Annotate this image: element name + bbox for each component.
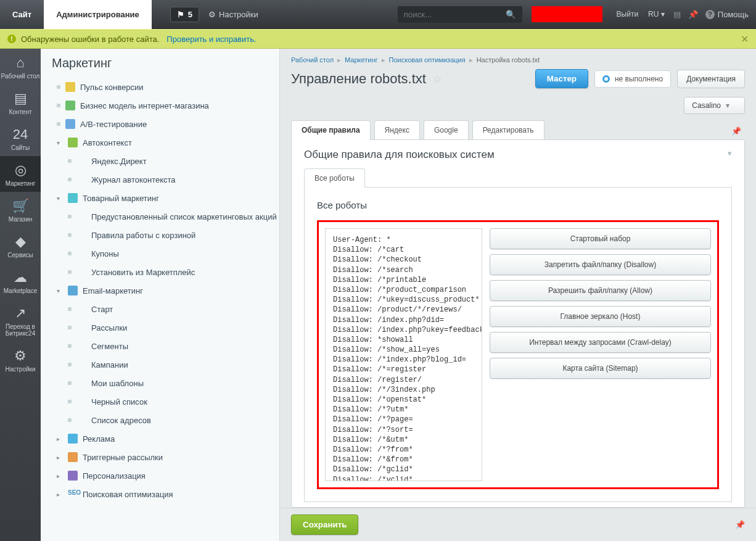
rail-item-0[interactable]: ⌂Рабочий стол [0,49,41,85]
robots-btn-2[interactable]: Разрешить файл/папку (Allow) [490,280,711,301]
search-button[interactable]: 🔍 [499,6,522,23]
sidebar-item-12[interactable]: Старт [52,300,279,318]
crumb-2[interactable]: Поисковая оптимизация [389,56,466,64]
rail-item-3[interactable]: ◎Маркетинг [0,156,41,192]
bullet-icon [68,252,72,255]
help-button[interactable]: ? Помощь [705,10,749,19]
rail-item-4[interactable]: 🛒Магазин [0,192,41,228]
alert-icon: ! [7,35,16,43]
robots-btn-0[interactable]: Стартовый набор [490,228,711,249]
robots-btn-5[interactable]: Карта сайта (Sitemap) [490,358,711,379]
site-selector[interactable]: Casalino ▾ [684,97,745,114]
sidebar-item-0[interactable]: Пульс конверсии [52,78,279,96]
sidebar-item-14[interactable]: Сегменты [52,337,279,355]
tabs-pin-icon[interactable]: 📌 [728,123,745,139]
tab-3[interactable]: Редактировать [472,120,544,139]
crumb-0[interactable]: Рабочий стол [291,56,334,64]
user-block[interactable] [532,6,602,22]
search-input[interactable] [398,6,499,23]
sidebar-item-20[interactable]: ▸Триггерные рассылки [52,448,279,466]
site-tab[interactable]: Сайт [0,0,44,29]
main-content: Рабочий стол▸Маркетинг▸Поисковая оптимиз… [280,49,756,541]
tree-icon [68,193,78,203]
bullet-icon [68,381,72,385]
expand-icon: ▾ [57,139,63,146]
rail-icon: ▤ [0,91,41,107]
sidebar-item-1[interactable]: Бизнес модель интернет-магазина [52,96,279,115]
sidebar-item-9[interactable]: Купоны [52,244,279,263]
sidebar-item-17[interactable]: Черный список [52,392,279,411]
sidebar-item-10[interactable]: Установить из Маркетплейс [52,263,279,281]
tab-2[interactable]: Google [424,120,469,139]
panel: ▾ Общие правила для поисковых систем Все… [291,139,745,508]
bullet-icon [68,270,72,274]
sidebar-item-11[interactable]: ▾Email-маркетинг [52,281,279,300]
tree-icon [68,434,78,444]
bullet-icon [68,307,72,311]
robots-textarea[interactable]: User-Agent: * Disallow: /*cart Disallow:… [325,228,482,481]
master-button[interactable]: Мастер [535,69,588,88]
sidebar-item-13[interactable]: Рассылки [52,318,279,337]
robots-btn-1[interactable]: Запретить файл/папку (Disallow) [490,254,711,275]
sidebar-item-7[interactable]: Предустановленный список маркетинговых а… [52,207,279,226]
crumb-1[interactable]: Маркетинг [345,56,377,64]
tree-icon [68,286,78,295]
notifications-button[interactable]: ⚑ 5 [170,7,199,22]
sidebar-item-16[interactable]: Мои шаблоны [52,374,279,392]
sidebar-item-15[interactable]: Кампании [52,355,279,374]
rail-item-7[interactable]: ↗Переход в Битрикс24 [0,299,41,342]
panel-title: Общие правила для поисковых систем [304,149,732,161]
bullet-icon [68,159,72,163]
alert-close-icon[interactable]: ✕ [741,33,749,45]
rail-item-1[interactable]: ▤Контент [0,85,41,120]
robots-btn-3[interactable]: Главное зеркало (Host) [490,306,711,327]
flag-icon: ⚑ [177,10,184,19]
clipboard-icon[interactable]: ▤ [673,10,681,19]
sidebar-item-2[interactable]: A/B-тестирование [52,115,279,133]
logout-link[interactable]: Выйти [617,10,639,19]
bullet-icon [57,104,60,107]
settings-button[interactable]: ⚙ Настройки [208,10,258,19]
expand-icon: ▸ [57,491,63,498]
rail-item-8[interactable]: ⚙Настройки [0,342,41,378]
sidebar-item-3[interactable]: ▾Автоконтекст [52,133,279,152]
rail-item-6[interactable]: ☁Marketplace [0,263,41,299]
sidebar-item-5[interactable]: Журнал автоконтекста [52,170,279,189]
favorite-star-icon[interactable]: ☆ [432,72,442,86]
expand-icon: ▾ [57,287,63,294]
tree-icon [65,82,75,92]
admin-tab[interactable]: Администрирование [44,0,152,29]
help-icon: ? [705,10,715,19]
alert-link[interactable]: Проверить и исправить. [166,35,256,44]
rail-item-5[interactable]: ◆Сервисы [0,228,41,263]
footer-pin-icon[interactable]: 📌 [735,520,745,529]
bullet-icon [68,178,72,181]
sidebar-item-21[interactable]: ▸Персонализация [52,466,279,485]
bullet-icon [68,400,72,403]
tab-0[interactable]: Общие правила [291,120,371,140]
robots-btn-4[interactable]: Интервал между запросами (Crawl-delay) [490,332,711,353]
tree-icon [68,138,78,147]
sidebar-item-4[interactable]: Яндекс.Директ [52,152,279,170]
tree-icon [68,452,78,462]
inner-box: Все роботы User-Agent: * Disallow: /*car… [304,188,732,502]
tree-icon [65,101,75,110]
lang-selector[interactable]: RU ▾ [648,10,665,19]
pin-icon[interactable]: 📌 [688,10,698,19]
inner-tab-all-robots[interactable]: Все роботы [304,168,365,188]
crumb-3: Настройка robots.txt [477,56,540,64]
status-badge[interactable]: не выполнено [594,70,671,88]
sidebar-item-22[interactable]: ▸SEOПоисковая оптимизация [52,485,279,503]
robots-buttons: Стартовый наборЗапретить файл/папку (Dis… [490,228,711,481]
tree-icon [68,471,78,481]
sidebar-item-6[interactable]: ▾Товарный маркетинг [52,189,279,207]
documentation-button[interactable]: Документация [677,70,745,88]
tree-icon: SEO [68,489,78,499]
rail-item-2[interactable]: 24Сайты [0,120,41,156]
save-button[interactable]: Сохранить [291,514,358,535]
sidebar-item-8[interactable]: Правила работы с корзиной [52,226,279,244]
collapse-icon[interactable]: ▾ [728,149,732,158]
tab-1[interactable]: Яндекс [374,120,420,139]
sidebar-item-18[interactable]: Список адресов [52,411,279,429]
sidebar-item-19[interactable]: ▸Реклама [52,429,279,448]
